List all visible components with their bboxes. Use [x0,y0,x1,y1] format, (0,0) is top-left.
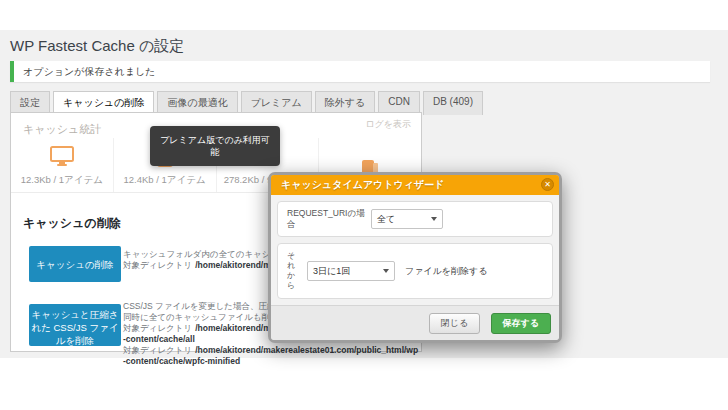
modal-close-button[interactable]: 閉じる [429,313,480,334]
screenshot-stage: WP Fastest Cache の設定 オプションが保存されました 設定 キャ… [0,0,728,410]
desktop-icon [49,142,75,170]
request-uri-select[interactable]: 全て [371,209,443,229]
directory-label: 対象ディレクトリ [123,345,192,355]
saved-notice: オプションが保存されました [10,61,710,82]
request-uri-row: REQUEST_URIの場合 全て [277,201,553,237]
cache-timeout-wizard-modal: キャッシュタイムアウトウィザード ✕ REQUEST_URIの場合 全て それか… [268,172,562,343]
stat-value: 12.4Kb / 1アイテム [124,174,206,187]
stats-heading: キャッシュ統計 [23,122,101,137]
modal-save-button[interactable]: 保存する [491,313,551,334]
stat-desktop: 12.3Kb / 1アイテム [11,138,114,192]
directory-label: 対象ディレクトリ [123,260,192,270]
show-log-link[interactable]: ログを表示 [365,118,411,131]
then-label: それから [287,251,297,291]
modal-title: キャッシュタイムアウトウィザード [271,175,559,195]
page-title: WP Fastest Cache の設定 [10,37,184,56]
target-directory-line: 対象ディレクトリ/home/akitorend/makerealestate01… [123,345,419,367]
close-icon[interactable]: ✕ [541,178,554,191]
chevron-down-icon [383,269,389,273]
interval-select[interactable]: 3日に1回 [307,261,395,281]
saved-notice-text: オプションが保存されました [23,66,156,77]
premium-only-tooltip: プレミアム版でのみ利用可能 [150,126,280,166]
stat-value: 12.3Kb / 1アイテム [21,174,103,187]
interval-row: それから 3日に1回 ファイルを削除する [277,243,553,299]
directory-label: 対象ディレクトリ [123,323,192,333]
tab-db[interactable]: DB (409) [423,91,483,115]
request-uri-label: REQUEST_URIの場合 [287,208,371,230]
modal-footer: 閉じる 保存する [271,305,559,340]
delete-cache-button[interactable]: キャッシュの削除 [29,246,121,282]
delete-files-label: ファイルを削除する [405,265,487,278]
chevron-down-icon [431,217,437,221]
modal-body: REQUEST_URIの場合 全て それから 3日に1回 ファイルを削除する [271,195,559,305]
select-value: 全て [377,213,395,226]
delete-cache-and-minified-button[interactable]: キャッシュと圧縮された CSS/JS ファイルを削除 [29,304,121,346]
modal-header: キャッシュタイムアウトウィザード ✕ [271,175,559,195]
select-value: 3日に1回 [313,265,350,278]
delete-section-heading: キャッシュの削除 [23,215,121,232]
